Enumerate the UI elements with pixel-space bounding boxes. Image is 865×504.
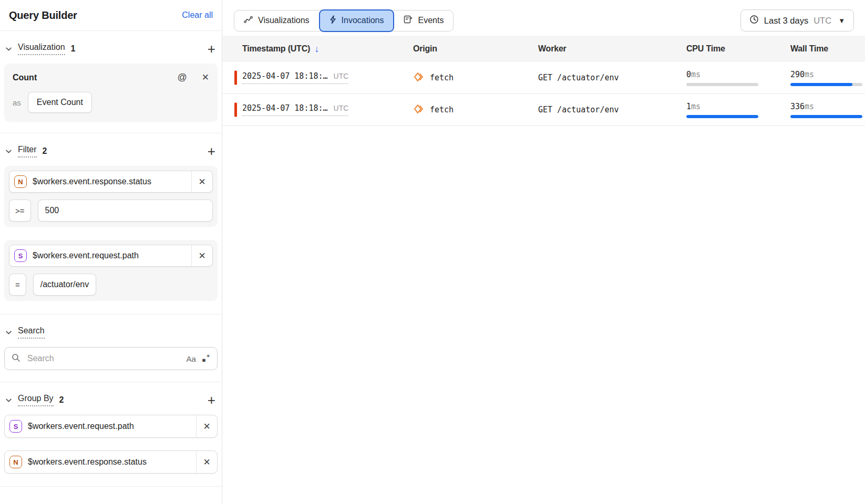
column-origin[interactable]: Origin [413,44,437,54]
invocations-table: Timestamp (UTC) ↓ Origin Worker CPU Time… [222,36,865,126]
table-row[interactable]: 2025-04-07 18:18:… UTC fetch GET /actuat… [222,62,865,94]
timestamp-value: 2025-04-07 18:18:… [242,71,328,81]
group-by-row[interactable]: N $workers.event.response.status ✕ [4,450,218,474]
add-group-by-button[interactable]: + [208,395,215,405]
column-cpu-time[interactable]: CPU Time [686,44,725,54]
filter-operator[interactable]: = [9,274,26,296]
remove-filter-icon[interactable]: ✕ [191,171,212,192]
chevron-down-icon[interactable] [5,397,12,404]
worker-fetch-icon [413,71,424,85]
search-section-header: Search [5,326,215,339]
timezone-label: UTC [813,16,831,26]
filter-section-label[interactable]: Filter [18,145,37,158]
tab-invocations[interactable]: Invocations [319,9,395,32]
add-filter-button[interactable]: + [208,146,215,156]
timestamp-value: 2025-04-07 18:18:… [242,103,328,113]
chevron-down-icon[interactable] [5,46,12,52]
time-range-label: Last 3 days [764,16,808,26]
search-input[interactable] [26,353,180,364]
timestamp-link[interactable]: 2025-04-07 18:18:… UTC [242,103,348,116]
event-list-icon [404,15,413,26]
section-divider [0,314,222,314]
filter-section-header: Filter 2 + [5,145,215,158]
wall-time-bar [790,115,862,118]
visualization-card: Count @ ✕ as Event Count [4,64,218,121]
visualization-count: 1 [71,44,76,54]
worker-route-value: GET /actuator/env [538,73,619,82]
cpu-time-bar [686,115,758,118]
search-icon [12,353,20,364]
tab-label: Invocations [342,16,384,25]
cpu-time-value: 1 [686,102,691,111]
remove-group-by-icon[interactable]: ✕ [196,415,217,437]
error-status-indicator [234,71,237,85]
tab-visualizations[interactable]: Visualizations [234,10,319,32]
filter-value-input[interactable]: /actuator/env [33,274,97,296]
remove-visualization-icon[interactable]: ✕ [202,72,209,83]
filter-card: N $workers.event.response.status ✕ >= 50… [4,166,218,226]
worker-route-value: GET /actuator/env [538,105,619,114]
filter-card: S $workers.event.request.path ✕ = /actua… [4,240,218,300]
group-by-field-name: $workers.event.response.status [28,457,196,467]
remove-group-by-icon[interactable]: ✕ [196,451,217,473]
results-area: Visualizations Invocations Events [222,0,865,504]
filter-field-row[interactable]: N $workers.event.response.status ✕ [9,171,213,193]
chevron-down-icon[interactable] [5,329,12,336]
table-row[interactable]: 2025-04-07 18:18:… UTC fetch GET /actuat… [222,94,865,126]
column-wall-time[interactable]: Wall Time [790,44,828,54]
remove-filter-icon[interactable]: ✕ [191,245,212,266]
alias-button[interactable]: Event Count [28,92,92,113]
group-by-field-name: $workers.event.request.path [28,422,196,431]
query-builder-header: Query Builder Clear all [0,0,222,31]
sort-descending-icon[interactable]: ↓ [314,44,319,55]
column-timestamp[interactable]: Timestamp (UTC) [242,44,310,54]
filter-operator[interactable]: >= [9,200,31,222]
workers-observability-app: Query Builder Clear all Visualization 1 … [0,0,865,504]
view-tabs: Visualizations Invocations Events [234,10,454,32]
group-by-row[interactable]: S $workers.event.request.path ✕ [4,415,218,438]
results-toolbar: Visualizations Invocations Events [222,0,865,36]
clear-all-link[interactable]: Clear all [182,10,213,20]
lightning-bolt-icon [329,15,336,26]
wall-time-unit: ms [805,102,814,111]
clock-icon [749,15,759,26]
wall-time-bar [790,83,862,86]
query-builder-body: Visualization 1 + Count @ ✕ as Event Cou… [0,43,222,487]
match-case-toggle[interactable]: Aa [186,354,195,363]
section-divider [0,382,222,382]
search-section-label[interactable]: Search [18,326,45,339]
column-worker[interactable]: Worker [538,44,567,54]
query-builder-panel: Query Builder Clear all Visualization 1 … [0,0,222,504]
cpu-time-unit: ms [691,70,701,79]
group-by-section-label[interactable]: Group By [18,394,54,406]
timestamp-timezone: UTC [334,104,349,112]
number-type-badge: N [9,456,22,468]
time-range-selector[interactable]: Last 3 days UTC ▼ [740,9,854,32]
regex-toggle-icon[interactable]: ▪* [202,353,210,364]
panel-title: Query Builder [9,9,77,22]
add-visualization-button[interactable]: + [208,44,215,54]
cpu-time-unit: ms [691,102,701,111]
number-type-badge: N [14,175,27,188]
origin-value: fetch [430,105,454,114]
tab-label: Visualizations [258,16,310,25]
visualization-section-label[interactable]: Visualization [18,43,65,55]
worker-fetch-icon [413,103,424,117]
section-divider [0,486,222,487]
filter-field-name: $workers.event.request.path [33,251,191,260]
caret-down-icon: ▼ [838,17,845,25]
filter-field-row[interactable]: S $workers.event.request.path ✕ [9,245,213,267]
cpu-time-bar [686,83,758,86]
chevron-down-icon[interactable] [5,148,12,155]
at-sign-icon[interactable]: @ [177,72,187,83]
metric-function-label: Count [13,73,37,82]
string-type-badge: S [9,420,22,433]
tab-label: Events [418,16,444,25]
wall-time-value: 336 [790,102,805,111]
timestamp-link[interactable]: 2025-04-07 18:18:… UTC [242,71,348,84]
visualization-section-header: Visualization 1 + [5,43,215,55]
filter-value-input[interactable]: 500 [38,200,213,222]
tab-events[interactable]: Events [394,10,453,32]
table-header-row: Timestamp (UTC) ↓ Origin Worker CPU Time… [222,36,865,62]
origin-value: fetch [430,73,454,82]
